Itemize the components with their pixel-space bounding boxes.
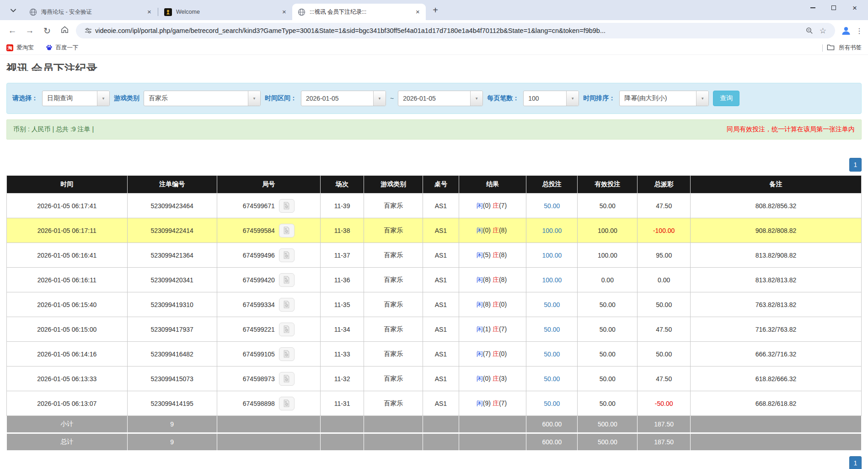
total-bet-link[interactable]: 50.00	[544, 301, 560, 308]
total-bet-link[interactable]: 100.00	[542, 276, 562, 284]
round-number: 674599221	[243, 326, 275, 333]
bookmarks-bar: 淘 爱淘宝 百度一下 所有书签	[0, 41, 868, 55]
browser-menu-button[interactable]: ⋮	[854, 27, 864, 35]
date-from-select[interactable]: 2026-01-05 ▼	[301, 91, 386, 106]
tab-close-icon[interactable]: ×	[280, 8, 289, 16]
dropdown-arrow-icon[interactable]: ▼	[97, 91, 109, 106]
total-bet-link[interactable]: 50.00	[544, 350, 560, 358]
round-number: 674599496	[243, 252, 275, 259]
banker-result: 庄	[493, 226, 499, 234]
new-tab-button[interactable]: +	[429, 3, 442, 17]
home-button[interactable]	[57, 23, 72, 38]
subtotal-label: 小计	[7, 416, 128, 433]
col-game-type: 游戏类别	[364, 176, 423, 194]
total-bet-link[interactable]: 100.00	[542, 252, 562, 259]
profile-avatar[interactable]	[839, 24, 853, 38]
date-from-value: 2026-01-05	[301, 91, 373, 106]
video-replay-button[interactable]	[279, 224, 295, 237]
session-cell: 11-33	[320, 342, 364, 367]
page-size-select[interactable]: 100 ▼	[523, 91, 579, 106]
browser-toolbar: ← → ↻ videoie.com/ipl/portal.php/game/be…	[0, 20, 868, 41]
table-row: 2026-01-05 06:15:00 523099417937 6745992…	[7, 317, 862, 342]
page-1-button[interactable]: 1	[849, 456, 862, 469]
result-cell: 闲(9)庄(7)	[459, 391, 526, 416]
video-replay-button[interactable]	[279, 248, 295, 262]
video-replay-button[interactable]	[279, 372, 295, 386]
video-replay-button[interactable]	[279, 347, 295, 361]
video-replay-button[interactable]	[279, 397, 295, 410]
banker-result: 庄	[493, 276, 499, 283]
tab-close-icon[interactable]: ×	[145, 8, 154, 16]
table-no-cell: AS1	[423, 317, 459, 342]
bet-id-cell: 523099414195	[127, 391, 217, 416]
note-cell: 813.82/813.82	[691, 268, 862, 292]
valid-bet-cell: 50.00	[578, 342, 638, 367]
range-separator: ~	[390, 95, 394, 102]
reload-icon: ↻	[43, 26, 51, 36]
game-type-cell: 百家乐	[364, 342, 423, 367]
total-bet-link[interactable]: 50.00	[544, 400, 560, 407]
video-replay-button[interactable]	[279, 298, 295, 312]
date-to-select[interactable]: 2026-01-05 ▼	[398, 91, 483, 106]
url-text[interactable]: videoie.com/ipl/portal.php/game/betrecor…	[95, 27, 803, 34]
dropdown-arrow-icon[interactable]: ▼	[248, 91, 260, 106]
welcome-site-icon	[164, 8, 172, 16]
bookmark-baidu[interactable]: 百度一下	[46, 44, 79, 52]
total-bet-link[interactable]: 100.00	[542, 227, 562, 234]
total-bet-cell: 50.00	[526, 391, 578, 416]
game-type-cell: 百家乐	[364, 218, 423, 243]
payout-cell: 47.50	[638, 367, 691, 391]
total-bet-link[interactable]: 50.00	[544, 375, 560, 383]
tab-haiyan-forum[interactable]: 海燕论坛 - 安全验证 ×	[24, 4, 157, 20]
payout-cell: 50.00	[638, 292, 691, 317]
zoom-icon[interactable]	[806, 27, 813, 34]
game-type-cell: 百家乐	[364, 367, 423, 391]
minimize-button[interactable]	[802, 0, 823, 16]
session-cell: 11-32	[320, 367, 364, 391]
pagination-top: 1	[6, 158, 862, 172]
tab-close-icon[interactable]: ×	[413, 8, 422, 16]
video-replay-button[interactable]	[279, 199, 295, 213]
game-type-select[interactable]: 百家乐 ▼	[144, 91, 261, 106]
total-bet-cell: 100.00	[526, 243, 578, 268]
valid-bet-cell: 50.00	[578, 317, 638, 342]
back-button[interactable]: ←	[5, 23, 20, 38]
maximize-button[interactable]	[823, 0, 844, 16]
tab-welcome[interactable]: Welcome ×	[159, 4, 292, 20]
currency-summary: 币别 : 人民币 | 总共 :9 注单 |	[13, 125, 94, 134]
dropdown-arrow-icon[interactable]: ▼	[696, 91, 708, 106]
dropdown-arrow-icon[interactable]: ▼	[373, 91, 386, 106]
game-type-cell: 百家乐	[364, 317, 423, 342]
player-result: 闲	[477, 325, 483, 333]
close-window-button[interactable]: ×	[844, 0, 865, 16]
all-bookmarks[interactable]: 所有书签	[822, 44, 862, 52]
tab-bet-records-active[interactable]: :::视讯 会员下注纪录::: ×	[292, 4, 426, 20]
site-settings-icon[interactable]	[85, 27, 92, 34]
player-result: 闲	[477, 276, 483, 283]
search-button[interactable]: 查询	[713, 91, 739, 106]
table-header-row: 时间 注单编号 局号 场次 游戏类别 桌号 结果 总投注 有效投注 总派彩 备注	[7, 176, 862, 194]
sort-label: 时间排序：	[583, 94, 615, 102]
round-cell: 674599584	[217, 218, 320, 243]
player-result: 闲	[477, 375, 483, 382]
banker-result: 庄	[493, 251, 499, 259]
total-bet-cell: 50.00	[526, 292, 578, 317]
total-bet-link[interactable]: 50.00	[544, 326, 560, 333]
total-bet-link[interactable]: 50.00	[544, 202, 560, 210]
bookmark-aitaobao[interactable]: 淘 爱淘宝	[6, 44, 34, 52]
sort-select[interactable]: 降幂(由大到小) ▼	[619, 91, 709, 106]
dropdown-arrow-icon[interactable]: ▼	[470, 91, 482, 106]
tab-search-button[interactable]	[6, 3, 20, 17]
reload-button[interactable]: ↻	[39, 23, 55, 38]
bet-records-table: 时间 注单编号 局号 场次 游戏类别 桌号 结果 总投注 有效投注 总派彩 备注…	[6, 175, 862, 451]
video-replay-button[interactable]	[279, 323, 295, 336]
bet-id-cell: 523099419310	[127, 292, 217, 317]
col-bet-id: 注单编号	[127, 176, 217, 194]
url-bar[interactable]: videoie.com/ipl/portal.php/game/betrecor…	[76, 23, 835, 38]
page-1-button[interactable]: 1	[849, 158, 862, 172]
forward-button[interactable]: →	[22, 23, 38, 38]
bookmark-star-icon[interactable]: ☆	[820, 26, 826, 36]
video-replay-button[interactable]	[279, 273, 295, 287]
query-type-select[interactable]: 日期查询 ▼	[42, 91, 110, 106]
dropdown-arrow-icon[interactable]: ▼	[566, 91, 579, 106]
